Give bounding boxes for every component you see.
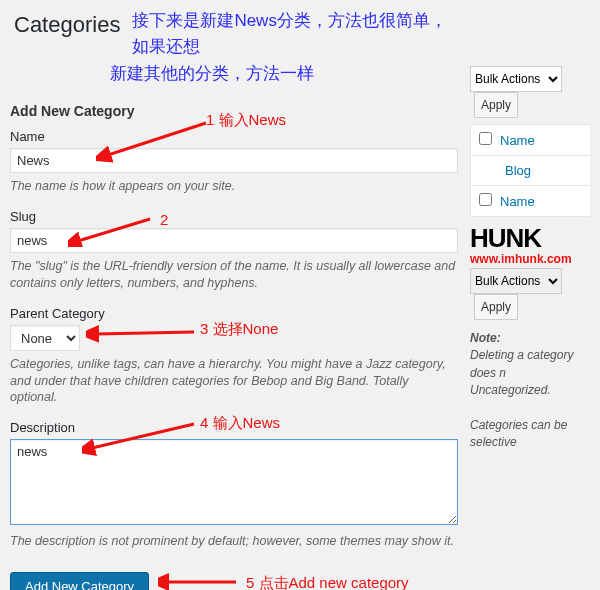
- note-text: Categories can be selective: [470, 418, 567, 449]
- parent-label: Parent Category: [10, 306, 458, 321]
- slug-label: Slug: [10, 209, 458, 224]
- arrow-icon: [86, 324, 202, 344]
- note-text: Uncategorized.: [470, 383, 551, 397]
- row-blog[interactable]: Blog: [505, 163, 531, 178]
- name-input[interactable]: [10, 148, 458, 173]
- category-table: Name Blog Name: [470, 124, 590, 217]
- arrow-icon: [158, 572, 244, 590]
- col-name[interactable]: Name: [500, 194, 535, 209]
- slug-help: The "slug" is the URL-friendly version o…: [10, 258, 458, 292]
- name-help: The name is how it appears on your site.: [10, 178, 458, 195]
- svg-line-2: [96, 332, 194, 334]
- slug-input[interactable]: [10, 228, 458, 253]
- name-label: Name: [10, 129, 458, 144]
- note-text: Deleting a category does n: [470, 348, 573, 379]
- logo-url: www.imhunk.com: [470, 252, 590, 266]
- banner-line1: 接下来是新建News分类，方法也很简单，如果还想: [132, 8, 458, 61]
- add-category-button[interactable]: Add New Category: [10, 572, 149, 590]
- description-textarea[interactable]: news: [10, 439, 458, 525]
- parent-help: Categories, unlike tags, can have a hier…: [10, 356, 458, 407]
- select-all-checkbox[interactable]: [479, 193, 492, 206]
- parent-select[interactable]: None: [10, 325, 80, 351]
- bulk-actions-select[interactable]: Bulk Actions: [470, 66, 562, 92]
- bulk-actions-select[interactable]: Bulk Actions: [470, 268, 562, 294]
- annotation-5: 5 点击Add new category: [246, 574, 409, 590]
- annotation-3: 3 选择None: [200, 320, 278, 339]
- col-name[interactable]: Name: [500, 133, 535, 148]
- note-label: Note:: [470, 331, 501, 345]
- select-all-checkbox[interactable]: [479, 132, 492, 145]
- description-label: Description: [10, 420, 458, 435]
- banner-line2: 新建其他的分类，方法一样: [14, 61, 458, 87]
- section-heading: Add New Category: [10, 103, 458, 119]
- apply-button[interactable]: Apply: [474, 294, 518, 320]
- apply-button[interactable]: Apply: [474, 92, 518, 118]
- logo-text: HUNK: [470, 223, 590, 254]
- page-title: Categories: [14, 8, 120, 61]
- description-help: The description is not prominent by defa…: [10, 533, 458, 550]
